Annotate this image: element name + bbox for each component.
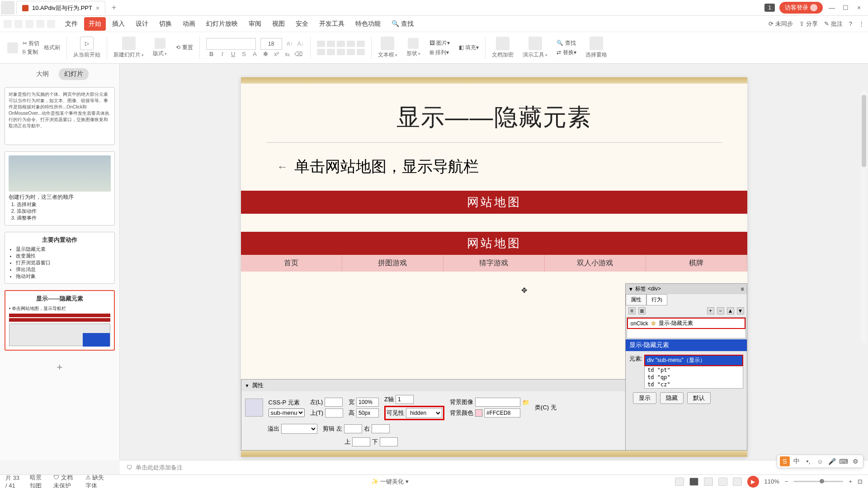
id-select[interactable]: sub-menu xyxy=(269,408,305,417)
clip-bottom-input[interactable] xyxy=(380,437,398,446)
underline-button[interactable]: U xyxy=(229,51,237,57)
close-window-button[interactable]: × xyxy=(854,4,863,11)
minimize-button[interactable]: — xyxy=(827,4,836,11)
font-color-button[interactable]: A xyxy=(251,51,259,57)
decrease-font-button[interactable]: A↓ xyxy=(297,41,304,47)
italic-button[interactable]: I xyxy=(218,51,226,57)
notes-bar[interactable]: 🗨 单击此处添加备注 xyxy=(120,460,868,474)
align-right-button[interactable] xyxy=(337,49,345,55)
save-icon[interactable] xyxy=(4,20,12,28)
scrollbar-thumb[interactable] xyxy=(862,95,866,167)
height-input[interactable] xyxy=(356,408,379,418)
qa-more-icon[interactable] xyxy=(47,20,55,28)
clip-top-input[interactable] xyxy=(352,437,370,446)
increase-indent-button[interactable] xyxy=(347,41,355,47)
help-button[interactable]: ? xyxy=(849,20,852,27)
slide-thumbnail-active[interactable]: 显示——隐藏元素 • 单击网站地图，显示导航栏 xyxy=(5,290,115,351)
zoom-in-button[interactable]: + xyxy=(849,478,852,485)
folder-icon[interactable]: 📁 xyxy=(522,399,529,406)
line-spacing-button[interactable] xyxy=(357,41,365,47)
image-button[interactable]: 🖼 图片▾ xyxy=(429,39,450,47)
menu-view[interactable]: 视图 xyxy=(268,17,289,31)
new-slide-icon[interactable] xyxy=(122,37,136,50)
share-button[interactable]: ⇪ 分享 xyxy=(799,20,818,28)
menu-slideshow[interactable]: 幻灯片放映 xyxy=(202,17,242,31)
thumbnails-list[interactable]: 对象是指行为实施的个体。网页中的绝大部分元素可以当作行为对象，如文本、图像、链接… xyxy=(0,84,119,460)
menu-devtools[interactable]: 开发工具 xyxy=(315,17,349,31)
behavior-row-highlighted[interactable]: onClick ⚙ 显示-隐藏元素 xyxy=(627,318,745,329)
move-up-button[interactable]: ▲ xyxy=(727,307,734,314)
ime-keyboard-button[interactable]: ⌨ xyxy=(839,456,849,466)
slide-thumbnail[interactable]: 主要内置动作 显示隐藏元素 改变属性 打开浏览器窗口 弹出消息 拖动对象 xyxy=(5,232,115,284)
menu-design[interactable]: 设计 xyxy=(131,17,153,31)
color-swatch[interactable] xyxy=(475,409,482,417)
menu-search[interactable]: 🔍 查找 xyxy=(387,17,418,31)
remove-behavior-button[interactable]: − xyxy=(717,307,724,314)
number-list-button[interactable] xyxy=(327,41,335,47)
ime-logo-icon[interactable]: S xyxy=(780,456,790,466)
tool-btn[interactable]: ≣ xyxy=(638,307,646,314)
vertical-scrollbar[interactable] xyxy=(861,90,867,343)
show-button[interactable]: 显示 xyxy=(633,392,656,404)
ime-toolbar[interactable]: S 中 •, ☺ 🎤 ⌨ ⚙ xyxy=(777,455,863,468)
view-reading-button[interactable] xyxy=(718,478,727,486)
comment-button[interactable]: ✎ 批注 xyxy=(824,20,843,28)
select-pane-icon[interactable] xyxy=(590,37,603,50)
menu-security[interactable]: 安全 xyxy=(291,17,313,31)
protect-status[interactable]: 🛡 文档未保护 xyxy=(53,474,77,488)
clear-format-button[interactable]: ⌫ xyxy=(294,51,302,57)
login-button[interactable]: 访客登录 xyxy=(779,2,823,14)
present-tools-icon[interactable] xyxy=(528,37,542,50)
ime-punct-button[interactable]: •, xyxy=(803,456,813,466)
hide-button[interactable]: 隐藏 xyxy=(660,392,684,404)
font-size-input[interactable]: 18 xyxy=(260,38,282,50)
ime-emoji-button[interactable]: ☺ xyxy=(815,456,825,466)
fill-button[interactable]: ◧ 填充▾ xyxy=(459,44,479,52)
default-button[interactable]: 默认 xyxy=(687,392,711,404)
slide-thumbnail[interactable]: 对象是指行为实施的个体。网页中的绝大部分元素可以当作行为对象，如文本、图像、链接… xyxy=(5,87,115,145)
top-input[interactable] xyxy=(325,408,343,418)
ime-settings-button[interactable]: ⚙ xyxy=(850,456,860,466)
attr-tab[interactable]: 属性 xyxy=(626,294,646,305)
align-left-button[interactable] xyxy=(317,49,325,55)
width-input[interactable] xyxy=(356,398,379,407)
find-button[interactable]: 🔍 查找 xyxy=(557,39,576,47)
menu-animation[interactable]: 动画 xyxy=(178,17,200,31)
menu-review[interactable]: 审阅 xyxy=(244,17,266,31)
close-tab-icon[interactable]: × xyxy=(96,5,99,12)
undo-icon[interactable] xyxy=(14,20,23,28)
menu-features[interactable]: 特色功能 xyxy=(351,17,385,31)
textbox-icon[interactable] xyxy=(381,37,394,50)
play-icon[interactable]: ▷ xyxy=(80,37,94,50)
view-normal-button[interactable] xyxy=(675,478,684,486)
tool-btn[interactable]: ≡ xyxy=(628,307,636,314)
replace-button[interactable]: ⇄ 替换▾ xyxy=(557,49,576,56)
layout-icon[interactable] xyxy=(155,38,165,49)
reset-button[interactable]: ⟲ 重置 xyxy=(176,44,193,52)
left-input[interactable] xyxy=(325,398,343,407)
element-option[interactable]: td "cz" xyxy=(645,381,742,388)
tag-panel-header[interactable]: ▼ 标签 <div> ≡ xyxy=(626,284,747,294)
bgcolor-input[interactable] xyxy=(484,408,520,418)
page-indicator[interactable]: 片 33 / 41 xyxy=(5,474,22,488)
zoom-out-button[interactable]: − xyxy=(785,478,788,485)
document-tab[interactable]: 10.APdiv层与行为.PPT × xyxy=(16,1,105,14)
element-selected-highlighted[interactable]: div "sub-menu"（显示） xyxy=(644,355,743,366)
element-option[interactable]: td "qp" xyxy=(645,374,742,381)
panel-menu-icon[interactable]: ≡ xyxy=(741,286,744,292)
notification-badge[interactable]: 1 xyxy=(764,4,775,12)
view-sorter-button[interactable] xyxy=(689,478,698,486)
missing-font-status[interactable]: ⚠ 缺失字体 xyxy=(85,474,105,488)
align-center-button[interactable] xyxy=(327,49,335,55)
print-icon[interactable] xyxy=(36,20,44,28)
decrease-indent-button[interactable] xyxy=(337,41,345,47)
home-tab[interactable] xyxy=(1,1,14,14)
outline-tab[interactable]: 大纲 xyxy=(31,68,54,80)
dark-mode-status[interactable]: 暗景扣图 xyxy=(30,474,45,488)
ime-lang-button[interactable]: 中 xyxy=(792,456,802,466)
clip-right-input[interactable] xyxy=(372,424,390,433)
zoom-slider[interactable] xyxy=(793,481,843,482)
sync-status[interactable]: ⟳ 未同步 xyxy=(769,20,793,28)
menu-insert[interactable]: 插入 xyxy=(108,17,129,31)
more-button[interactable]: ⋮ xyxy=(859,20,864,27)
